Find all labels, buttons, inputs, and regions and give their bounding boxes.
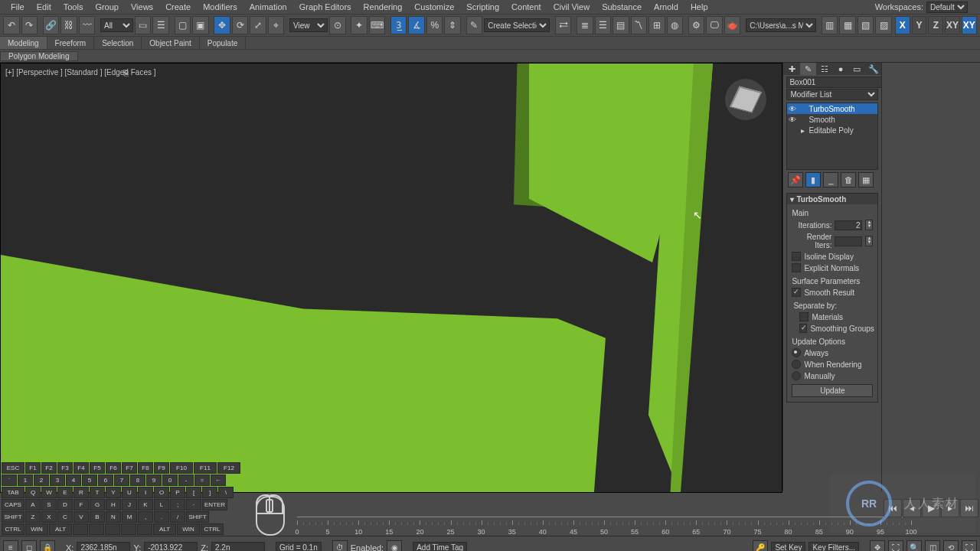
modifier-stack[interactable]: 👁TurboSmooth👁Smooth▸Editable Poly bbox=[786, 103, 878, 170]
menu-help[interactable]: Help bbox=[684, 2, 714, 11]
keyboard-shortcut-button[interactable]: ⌨ bbox=[369, 16, 386, 34]
ribbon-tab-modeling[interactable]: Modeling bbox=[0, 37, 47, 49]
use-pivot-button[interactable]: ⊙ bbox=[329, 16, 346, 34]
rotate-button[interactable]: ⟳ bbox=[232, 16, 249, 34]
time-slider[interactable]: 0510152025303540455055606570758085909510… bbox=[297, 510, 911, 536]
manually-radio[interactable] bbox=[792, 371, 801, 380]
axis-xy-button[interactable]: XY bbox=[945, 16, 960, 34]
always-radio[interactable] bbox=[792, 348, 801, 357]
ref-coord-dropdown[interactable]: View bbox=[289, 18, 328, 32]
autokey-button[interactable]: 🔑 bbox=[753, 540, 768, 552]
mirror-button[interactable]: ⮂ bbox=[555, 16, 572, 34]
axis-xy2-button[interactable]: XY bbox=[962, 16, 977, 34]
menu-content[interactable]: Content bbox=[505, 2, 547, 11]
viewport-label[interactable]: [+] [Perspective ] [Standard ] [Edged Fa… bbox=[5, 68, 156, 77]
menu-animation[interactable]: Animation bbox=[243, 2, 293, 11]
z-coord[interactable]: 2.2n bbox=[211, 542, 265, 551]
isoline-checkbox[interactable] bbox=[792, 252, 801, 261]
menu-tools[interactable]: Tools bbox=[57, 2, 90, 11]
menu-civil-view[interactable]: Civil View bbox=[547, 2, 596, 11]
play-button[interactable]: ▶ bbox=[922, 499, 940, 517]
modifier-editable-poly[interactable]: ▸Editable Poly bbox=[787, 125, 877, 135]
update-button[interactable]: Update bbox=[792, 384, 873, 397]
object-name-field[interactable] bbox=[786, 77, 890, 88]
axis-x-button[interactable]: X bbox=[895, 16, 910, 34]
selection-lock-button[interactable]: 🔒 bbox=[40, 540, 55, 552]
goto-start-button[interactable]: ⏮ bbox=[884, 499, 902, 517]
edit-named-sel-button[interactable]: ✎ bbox=[466, 16, 483, 34]
goto-end-button[interactable]: ⏭ bbox=[960, 499, 978, 517]
visibility-icon[interactable]: 👁 bbox=[789, 116, 796, 124]
set-key-button[interactable]: Set Key bbox=[771, 542, 805, 551]
configure-sets-button[interactable]: ▦ bbox=[858, 172, 874, 187]
menu-views[interactable]: Views bbox=[125, 2, 159, 11]
scene-explorer-btn3[interactable]: ▧ bbox=[858, 16, 874, 34]
smooth-result-checkbox[interactable] bbox=[792, 288, 801, 297]
select-object-button[interactable]: ▭ bbox=[135, 16, 152, 34]
axis-z-button[interactable]: Z bbox=[928, 16, 943, 34]
rect-select-button[interactable]: ▢ bbox=[175, 16, 191, 34]
nav-orbit-button[interactable]: ⟲ bbox=[943, 540, 959, 552]
selection-filter-dropdown[interactable]: All bbox=[100, 18, 133, 32]
scale-button[interactable]: ⤢ bbox=[250, 16, 266, 34]
window-crossing-button[interactable]: ▣ bbox=[192, 16, 209, 34]
create-tab[interactable]: ✚ bbox=[783, 63, 799, 75]
menu-modifiers[interactable]: Modifiers bbox=[197, 2, 243, 11]
move-button[interactable]: ✥ bbox=[214, 16, 230, 34]
render-setup-button[interactable]: ⚙ bbox=[688, 16, 705, 34]
y-coord[interactable]: -2013.922 bbox=[144, 542, 198, 551]
schematic-view-button[interactable]: ⊞ bbox=[648, 16, 665, 34]
ribbon-tab-selection[interactable]: Selection bbox=[94, 37, 142, 49]
ribbon-tab-populate[interactable]: Populate bbox=[200, 37, 246, 49]
ribbon-tab-object-paint[interactable]: Object Paint bbox=[142, 37, 199, 49]
maxscript-listener-button[interactable]: ≡ bbox=[3, 540, 18, 552]
unlink-button[interactable]: ⛓ bbox=[60, 16, 77, 34]
smoothing-groups-checkbox[interactable] bbox=[799, 324, 807, 333]
menu-customize[interactable]: Customize bbox=[408, 2, 460, 11]
spinner-snap-button[interactable]: ⇕ bbox=[444, 16, 461, 34]
axis-y-button[interactable]: Y bbox=[912, 16, 927, 34]
iterations-input[interactable] bbox=[835, 220, 862, 230]
modifier-list-dropdown[interactable]: Modifier List bbox=[786, 89, 878, 100]
angle-snap-button[interactable]: ∡ bbox=[408, 16, 425, 34]
prev-frame-button[interactable]: ◂ bbox=[903, 499, 921, 517]
named-selset-dropdown[interactable]: Create Selection Se bbox=[484, 18, 550, 32]
isolate-button[interactable]: ◻ bbox=[21, 540, 37, 552]
menu-arnold[interactable]: Arnold bbox=[648, 2, 684, 11]
pin-stack-button[interactable]: 📌 bbox=[788, 172, 803, 187]
remove-modifier-button[interactable]: 🗑 bbox=[841, 172, 856, 187]
when-rendering-radio[interactable] bbox=[792, 360, 801, 369]
redo-button[interactable]: ↷ bbox=[21, 16, 38, 34]
material-editor-button[interactable]: ◍ bbox=[667, 16, 684, 34]
nav-zoom-extents-button[interactable]: ⛶ bbox=[888, 540, 903, 552]
link-button[interactable]: 🔗 bbox=[43, 16, 60, 34]
key-filters-button[interactable]: Key Filters... bbox=[808, 542, 859, 551]
modify-tab[interactable]: ✎ bbox=[800, 63, 816, 75]
iterations-spinner[interactable]: ▲▼ bbox=[865, 220, 873, 230]
bind-spacewarp-button[interactable]: 〰 bbox=[79, 16, 96, 34]
render-iters-input[interactable] bbox=[835, 236, 862, 246]
render-button[interactable]: 🫖 bbox=[724, 16, 741, 34]
modifier-smooth[interactable]: 👁Smooth bbox=[787, 114, 877, 125]
hierarchy-tab[interactable]: ☷ bbox=[816, 63, 832, 75]
x-coord[interactable]: 2362.185n bbox=[77, 542, 130, 551]
rollout-header[interactable]: ▾ TurboSmooth bbox=[787, 194, 877, 204]
ribbon-sub-polygon-modeling[interactable]: Polygon Modeling bbox=[0, 51, 78, 61]
menu-file[interactable]: File bbox=[5, 2, 31, 11]
menu-rendering[interactable]: Rendering bbox=[358, 2, 409, 11]
viewport-config-icon[interactable]: ⎘ bbox=[123, 68, 129, 77]
toggle-ribbon-button[interactable]: ▤ bbox=[612, 16, 629, 34]
viewcube[interactable] bbox=[725, 79, 766, 120]
curve-editor-button[interactable]: 〽 bbox=[631, 16, 648, 34]
motion-tab[interactable]: ● bbox=[832, 63, 848, 75]
layer-explorer-button[interactable]: ☰ bbox=[595, 16, 612, 34]
explicit-checkbox[interactable] bbox=[792, 263, 801, 272]
menu-edit[interactable]: Edit bbox=[31, 2, 57, 11]
nav-fov-button[interactable]: ◫ bbox=[925, 540, 940, 552]
project-path-dropdown[interactable]: C:\Users\a...s Max 2022 bbox=[746, 18, 816, 32]
percent-snap-button[interactable]: % bbox=[426, 16, 443, 34]
placement-button[interactable]: ⌖ bbox=[268, 16, 285, 34]
add-time-tag[interactable]: Add Time Tag bbox=[413, 542, 467, 551]
modifier-turbosmooth[interactable]: 👁TurboSmooth bbox=[787, 103, 877, 114]
make-unique-button[interactable]: ⎯ bbox=[823, 172, 838, 187]
